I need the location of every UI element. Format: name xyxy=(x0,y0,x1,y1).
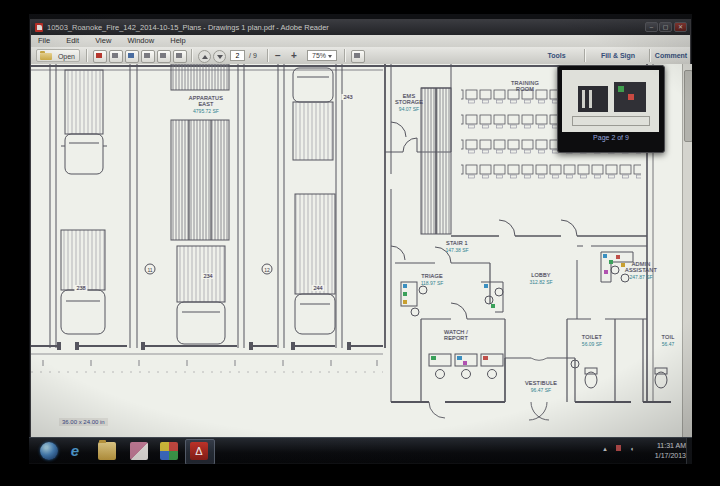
comment-button[interactable]: Comment xyxy=(651,49,691,62)
volume-icon[interactable]: ◖ xyxy=(630,445,634,452)
triage-area xyxy=(395,247,490,316)
toolbar-separator xyxy=(191,49,192,62)
open-button[interactable]: Open xyxy=(36,49,80,62)
stair-hatch xyxy=(421,88,451,234)
apparatus-east-equipment xyxy=(171,64,229,240)
tools-button[interactable]: Tools xyxy=(534,49,579,62)
menu-help[interactable]: Help xyxy=(163,35,192,47)
thumbnail-detail xyxy=(628,94,634,100)
reception-desk xyxy=(481,282,503,312)
toolbar: Open / 9 − + 75% Tools Fill & Sign Comm xyxy=(31,47,690,65)
maximize-button[interactable]: ▢ xyxy=(659,22,672,32)
room-number-238: 238 xyxy=(74,285,87,291)
truck-bay-238 xyxy=(61,230,105,334)
room-number-234: 234 xyxy=(201,273,214,279)
page-thumbnail xyxy=(562,70,659,132)
minimize-button[interactable]: – xyxy=(645,22,658,32)
vertical-scrollbar[interactable] xyxy=(682,64,692,438)
photo-app-icon[interactable] xyxy=(160,442,178,460)
print-icon[interactable] xyxy=(157,50,171,63)
email-icon[interactable] xyxy=(173,50,187,63)
hidden-icons-chevron[interactable]: ▴ xyxy=(603,445,607,452)
toolbar-separator xyxy=(267,49,268,62)
arrow-down-icon xyxy=(217,55,223,59)
clock-time: 11:31 AM xyxy=(655,441,686,451)
open-label: Open xyxy=(58,53,75,60)
stamp-icon[interactable] xyxy=(141,50,155,63)
captured-screen: 10503_Roanoke_Fire_142_2014-10-15_Plans … xyxy=(29,14,692,464)
page-size-indicator: 36.00 x 24.00 in xyxy=(59,418,108,426)
save-icon[interactable] xyxy=(93,50,107,63)
zoom-level-value: 75% xyxy=(312,52,326,59)
toolbar-separator xyxy=(344,49,345,62)
windows-explorer-icon[interactable] xyxy=(98,442,116,460)
next-page-button[interactable] xyxy=(213,50,226,63)
thumbnail-detail xyxy=(572,116,650,126)
zoom-level-dropdown[interactable]: 75% xyxy=(307,50,337,61)
truck-bay-241 xyxy=(61,70,107,174)
start-orb[interactable] xyxy=(40,442,58,460)
toolbar-separator xyxy=(649,49,650,62)
pdf-file-icon xyxy=(35,23,43,32)
admin-area xyxy=(577,246,647,319)
create-pdf-icon[interactable] xyxy=(109,50,123,63)
clock-date: 1/17/2013 xyxy=(655,451,686,461)
zoom-out-button[interactable]: − xyxy=(275,49,281,62)
fill-sign-button[interactable]: Fill & Sign xyxy=(589,49,647,62)
truck-bay-244 xyxy=(295,194,335,334)
page-fit-icon[interactable] xyxy=(351,50,365,63)
adobe-reader-icon[interactable]: Δ xyxy=(190,442,208,460)
page-scroll-popup: Page 2 of 9 xyxy=(557,65,665,153)
window-title: 10503_Roanoke_Fire_142_2014-10-15_Plans … xyxy=(47,20,329,35)
thumbnail-detail xyxy=(582,90,585,108)
previous-page-button[interactable] xyxy=(198,50,211,63)
room-number-244: 244 xyxy=(311,285,324,291)
close-button[interactable]: ✕ xyxy=(674,22,687,32)
truck-bay-234 xyxy=(177,246,225,344)
menu-edit[interactable]: Edit xyxy=(59,35,86,47)
media-app-icon[interactable] xyxy=(130,442,148,460)
page-popup-label: Page 2 of 9 xyxy=(558,134,664,141)
chevron-down-icon xyxy=(328,55,332,58)
menu-file[interactable]: File xyxy=(31,35,57,47)
scrollbar-thumb[interactable] xyxy=(684,70,692,142)
room-number-243: 243 xyxy=(341,94,354,100)
page-number-input[interactable] xyxy=(230,50,245,61)
menu-view[interactable]: View xyxy=(88,35,118,47)
sign-icon[interactable] xyxy=(125,50,139,63)
action-center-icon[interactable] xyxy=(616,445,621,451)
clock[interactable]: 11:31 AM 1/17/2013 xyxy=(655,441,686,461)
document-canvas[interactable]: APPARATUS EAST 4795.72 SF EMS STORAGE 94… xyxy=(31,64,682,438)
arrow-up-icon xyxy=(202,55,208,59)
page-total-label: / 9 xyxy=(249,49,257,62)
taskbar: e Δ ▴ ◖ 11:31 AM 1/17/2013 xyxy=(29,437,692,463)
thumbnail-detail xyxy=(589,90,592,108)
toolbar-separator xyxy=(584,49,585,62)
title-bar[interactable]: 10503_Roanoke_Fire_142_2014-10-15_Plans … xyxy=(31,20,690,35)
grid-bubble-12: 12 xyxy=(262,264,273,275)
internet-explorer-icon[interactable]: e xyxy=(66,442,84,460)
menu-window[interactable]: Window xyxy=(120,35,161,47)
zoom-in-button[interactable]: + xyxy=(291,49,297,62)
truck-bay-243 xyxy=(293,68,333,160)
show-desktop-button[interactable] xyxy=(686,438,692,464)
system-tray: ▴ ◖ xyxy=(596,445,634,453)
toolbar-separator xyxy=(86,49,87,62)
watch-report-area xyxy=(421,303,505,402)
open-folder-icon xyxy=(40,53,52,60)
thumbnail-detail xyxy=(618,86,624,92)
adobe-reader-window: 10503_Roanoke_Fire_142_2014-10-15_Plans … xyxy=(30,19,691,437)
grid-bubble-11: 11 xyxy=(145,264,156,275)
